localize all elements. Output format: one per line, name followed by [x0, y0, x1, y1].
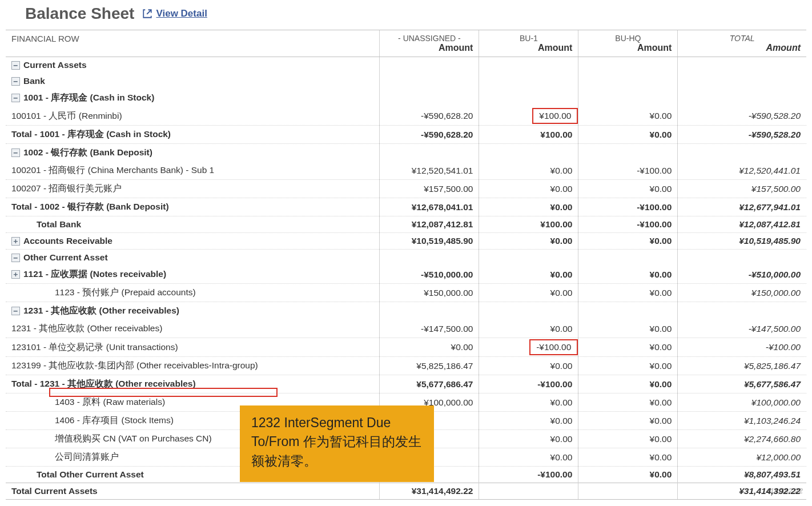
cell-value: ¥0.00: [479, 266, 578, 284]
row-1231[interactable]: −1231 - 其他应收款 (Other receivables): [6, 302, 806, 320]
view-detail-link[interactable]: View Detail: [142, 8, 207, 19]
col-buhq[interactable]: BU-HQ Amount: [578, 30, 678, 57]
highlight-red: -¥100.00: [529, 339, 578, 355]
cell-value: ¥0.00: [479, 412, 578, 430]
cell-value: ¥0.00: [578, 107, 678, 126]
collapse-icon[interactable]: −: [11, 254, 20, 262]
cell-value: ¥0.00: [479, 320, 578, 338]
cell-value: ¥0.00: [479, 198, 578, 216]
cell-value: ¥10,519,485.90: [678, 233, 806, 250]
collapse-icon[interactable]: −: [11, 94, 20, 102]
cell-value: ¥0.00: [578, 448, 678, 467]
row-1121[interactable]: +1121 - 应收票据 (Notes receivable) -¥510,00…: [6, 266, 806, 284]
cell-value: -¥590,628.20: [380, 126, 479, 144]
row-1123[interactable]: 1123 - 预付账户 (Prepaid accounts) ¥150,000.…: [6, 284, 806, 302]
cell-value: [578, 483, 678, 500]
cell-value: ¥1,103,246.24: [678, 412, 806, 430]
cell-value: -¥590,528.20: [678, 107, 806, 126]
row-100101[interactable]: 100101 - 人民币 (Renminbi) -¥590,628.20 ¥10…: [6, 107, 806, 126]
row-1002[interactable]: −1002 - 银行存款 (Bank Deposit): [6, 144, 806, 162]
collapse-icon[interactable]: −: [11, 61, 20, 70]
cell-value: ¥31,414,392.22 414,392.22: [678, 483, 806, 500]
cell-value: -¥100.00: [479, 467, 578, 483]
cell-value: -¥590,528.20: [678, 126, 806, 144]
cell-value: ¥0.00: [578, 266, 678, 284]
watermark-text: 414,392.22: [766, 487, 803, 495]
expand-icon[interactable]: +: [11, 237, 20, 246]
cell-value: ¥12,520,541.01: [380, 162, 479, 180]
collapse-icon[interactable]: −: [11, 307, 20, 315]
cell-value: ¥0.00: [479, 180, 578, 198]
cell-value: -¥147,500.00: [380, 320, 479, 338]
cell-value: ¥0.00: [578, 430, 678, 448]
cell-value: ¥0.00: [479, 284, 578, 302]
cell-value: ¥0.00: [479, 357, 578, 375]
cell-value: -¥100.00: [678, 338, 806, 357]
cell-value: ¥100.00: [479, 216, 578, 233]
cell-value: ¥157,500.00: [678, 180, 806, 198]
collapse-icon[interactable]: −: [11, 77, 20, 86]
collapse-icon[interactable]: −: [11, 148, 20, 157]
row-100207[interactable]: 100207 - 招商银行美元账户 ¥157,500.00 ¥0.00 ¥0.0…: [6, 180, 806, 198]
cell-value: [479, 483, 578, 500]
row-1001[interactable]: −1001 - 库存现金 (Cash in Stock): [6, 89, 806, 107]
cell-value: ¥12,087,412.81: [380, 216, 479, 233]
cell-value: ¥0.00: [578, 338, 678, 357]
cell-value: ¥5,677,586.47: [678, 375, 806, 393]
cell-value: ¥12,087,412.81: [678, 216, 806, 233]
export-icon: [142, 9, 152, 19]
cell-value: -¥510,000.00: [678, 266, 806, 284]
row-bank[interactable]: −Bank: [6, 73, 806, 89]
row-other-current-asset[interactable]: −Other Current Asset: [6, 250, 806, 266]
cell-value: ¥0.00: [578, 375, 678, 393]
cell-value: ¥10,519,485.90: [380, 233, 479, 250]
col-unassigned[interactable]: - UNASSIGNED - Amount: [380, 30, 479, 57]
cell-value: ¥8,807,493.51: [678, 467, 806, 483]
cell-value: ¥5,825,186.47: [678, 357, 806, 375]
cell-value: ¥0.00: [578, 412, 678, 430]
cell-value: ¥0.00: [380, 338, 479, 357]
cell-value: ¥12,678,041.01: [380, 198, 479, 216]
cell-value: -¥147,500.00: [678, 320, 806, 338]
cell-value: ¥0.00: [479, 233, 578, 250]
cell-value: ¥0.00: [578, 126, 678, 144]
highlight-red: ¥100.00: [532, 108, 578, 124]
cell-value: ¥12,677,941.01: [678, 198, 806, 216]
cell-value: -¥100.00: [479, 375, 578, 393]
row-total-1001[interactable]: Total - 1001 - 库存现金 (Cash in Stock) -¥59…: [6, 126, 806, 144]
cell-value: ¥150,000.00: [678, 284, 806, 302]
col-financial-row[interactable]: FINANCIAL ROW: [6, 30, 380, 57]
cell-value: -¥100.00: [578, 216, 678, 233]
cell-value: -¥510,000.00: [380, 266, 479, 284]
cell-value: ¥0.00: [578, 180, 678, 198]
cell-value: ¥0.00: [578, 233, 678, 250]
row-total-1231[interactable]: Total - 1231 - 其他应收款 (Other receivables)…: [6, 375, 806, 393]
cell-value: ¥100.00: [479, 126, 578, 144]
cell-value: ¥12,520,441.01: [678, 162, 806, 180]
col-total[interactable]: TOTAL Amount: [678, 30, 806, 57]
row-total-bank[interactable]: Total Bank ¥12,087,412.81 ¥100.00 -¥100.…: [6, 216, 806, 233]
row-1231-sub[interactable]: 1231 - 其他应收款 (Other receivables) -¥147,5…: [6, 320, 806, 338]
cell-value: ¥0.00: [578, 320, 678, 338]
cell-value: ¥0.00: [578, 284, 678, 302]
cell-value: ¥5,677,686.47: [380, 375, 479, 393]
row-123199[interactable]: 123199 - 其他应收款-集团内部 (Other receivables-I…: [6, 357, 806, 375]
row-total-current-assets[interactable]: Total Current Assets ¥31,414,492.22 ¥31,…: [6, 483, 806, 500]
cell-value: ¥31,414,492.22: [380, 483, 479, 500]
row-100201[interactable]: 100201 - 招商银行 (China Merchants Bank) - S…: [6, 162, 806, 180]
cell-value: ¥2,274,660.80: [678, 430, 806, 448]
cell-value: ¥0.00: [479, 448, 578, 467]
cell-value: ¥100.00: [479, 107, 578, 126]
col-bu1[interactable]: BU-1 Amount: [479, 30, 578, 57]
cell-value: ¥0.00: [479, 430, 578, 448]
row-total-1002[interactable]: Total - 1002 - 银行存款 (Bank Deposit) ¥12,6…: [6, 198, 806, 216]
row-123101[interactable]: 123101 - 单位交易记录 (Unit transactions) ¥0.0…: [6, 338, 806, 357]
expand-icon[interactable]: +: [11, 270, 20, 279]
cell-value: ¥100,000.00: [678, 393, 806, 412]
view-detail-label: View Detail: [156, 8, 207, 19]
cell-value: ¥0.00: [578, 393, 678, 412]
page-title: Balance Sheet: [25, 5, 134, 23]
cell-value: ¥5,825,186.47: [380, 357, 479, 375]
row-accounts-receivable[interactable]: +Accounts Receivable ¥10,519,485.90 ¥0.0…: [6, 233, 806, 250]
row-current-assets[interactable]: −Current Assets: [6, 57, 806, 74]
